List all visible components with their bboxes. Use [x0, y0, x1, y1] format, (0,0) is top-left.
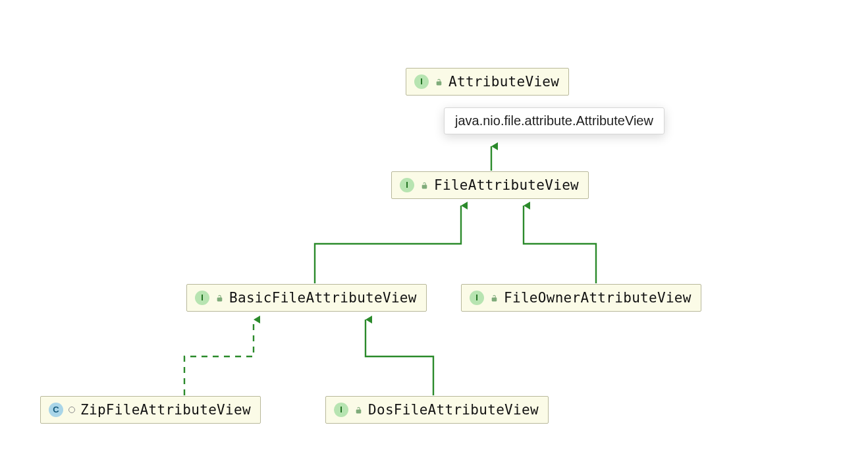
node-label: AttributeView: [448, 74, 559, 90]
edge-owner-to-file: [524, 206, 596, 283]
edge-dos-to-basic: [366, 320, 433, 395]
node-zipfileattributeview[interactable]: C ZipFileAttributeView: [40, 396, 261, 424]
class-icon: C: [49, 403, 63, 417]
unlock-icon: [434, 77, 443, 86]
interface-icon: I: [470, 291, 484, 305]
unlock-icon: [215, 293, 224, 302]
node-label: BasicFileAttributeView: [229, 290, 417, 306]
unlock-icon: [354, 405, 363, 414]
node-attributeview[interactable]: I AttributeView: [406, 68, 569, 96]
node-label: DosFileAttributeView: [368, 402, 539, 418]
node-label: ZipFileAttributeView: [80, 402, 251, 418]
node-fileattributeview[interactable]: I FileAttributeView: [391, 171, 589, 199]
edge-zip-to-basic: [184, 320, 254, 395]
tooltip-fqn: java.nio.file.attribute.AttributeView: [444, 107, 665, 134]
package-private-icon: [68, 407, 75, 413]
interface-icon: I: [414, 74, 429, 89]
hierarchy-diagram: I AttributeView java.nio.file.attribute.…: [0, 0, 868, 452]
node-label: FileAttributeView: [434, 177, 579, 193]
interface-icon: I: [334, 403, 348, 417]
unlock-icon: [420, 181, 429, 190]
node-fileownerattributeview[interactable]: I FileOwnerAttributeView: [461, 284, 701, 312]
node-basicfileattributeview[interactable]: I BasicFileAttributeView: [186, 284, 427, 312]
node-label: FileOwnerAttributeView: [504, 290, 692, 306]
interface-icon: I: [195, 291, 209, 305]
tooltip-text: java.nio.file.attribute.AttributeView: [455, 113, 653, 128]
interface-icon: I: [400, 178, 414, 192]
edge-basic-to-file: [315, 206, 461, 283]
node-dosfileattributeview[interactable]: I DosFileAttributeView: [325, 396, 549, 424]
unlock-icon: [489, 293, 499, 302]
